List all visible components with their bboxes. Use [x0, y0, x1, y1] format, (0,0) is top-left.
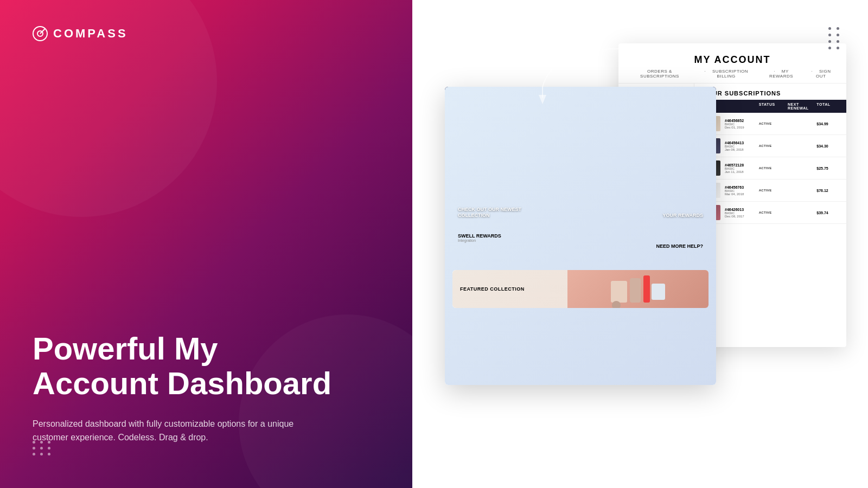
compass-icon — [33, 26, 48, 41]
featured-cosmetics-image — [567, 270, 709, 308]
headline: Powerful My Account Dashboard — [33, 331, 347, 401]
decorative-dots-right — [828, 27, 841, 49]
ma-nav-signout[interactable]: SIGN OUT — [807, 69, 835, 79]
subtext: Personalized dashboard with fully custom… — [33, 417, 326, 445]
main-content: Powerful My Account Dashboard Personaliz… — [0, 331, 380, 488]
featured-collection-card[interactable]: FEATURED COLLECTION — [452, 270, 709, 308]
svg-rect-11 — [630, 278, 641, 303]
ma-title: MY ACCOUNT — [629, 54, 835, 66]
db-body: A Welcome back, Anita! ORDERS 765 ACTIVE… — [445, 105, 716, 385]
svg-marker-0 — [539, 95, 546, 104]
table-row: #46456763BASICMar 04, 2018 ACTIVE $76.12 — [694, 179, 846, 202]
table-row: #46456413BASICJan 08, 2018 ACTIVE $34.30 — [694, 135, 846, 157]
svg-rect-13 — [652, 284, 665, 300]
collection-promo-text: CHECK OUT OUR NEWEST COLLECTION — [452, 202, 528, 223]
ma-nav-billing[interactable]: SUBSCRIPTION BILLING — [697, 69, 756, 79]
ma-table-header: ORDER STATUS NEXT RENEWAL TOTAL — [694, 100, 846, 113]
dashboard-panel: ⊞ Dashboard ↻ Subscription 📋 Order Histo… — [445, 87, 716, 385]
table-row: #46572128BASICJun 11, 2018 ACTIVE $25.75 — [694, 157, 846, 179]
right-panel: MY ACCOUNT ORDERS & SUBSCRIPTIONS SUBSCR… — [412, 0, 868, 488]
ma-header: MY ACCOUNT ORDERS & SUBSCRIPTIONS SUBSCR… — [618, 43, 846, 84]
ma-col-total: TOTAL — [816, 102, 840, 110]
table-row: #46426013BASICDec 08, 2017 ACTIVE $39.74 — [694, 202, 846, 224]
need-help-text: NEED MORE HELP? — [656, 243, 703, 250]
svg-rect-10 — [611, 281, 627, 303]
ma-col-status: STATUS — [759, 102, 788, 110]
decorative-dots-left — [33, 441, 52, 455]
ma-col-renewal: NEXT RENEWAL — [788, 102, 816, 110]
logo-text: COMPASS — [53, 27, 128, 41]
ma-nav-orders[interactable]: ORDERS & SUBSCRIPTIONS — [629, 69, 690, 79]
db-reward-row: SWELL REWARDS Integration NEED MORE HELP… — [452, 228, 709, 266]
swell-text: SWELL REWARDS Integration — [452, 228, 578, 248]
ma-section-title: YOUR SUBSCRIPTIONS — [694, 84, 846, 100]
svg-rect-12 — [643, 275, 650, 303]
help-card[interactable]: NEED MORE HELP? — [583, 228, 709, 266]
ma-nav: ORDERS & SUBSCRIPTIONS SUBSCRIPTION BILL… — [629, 69, 835, 79]
featured-text: FEATURED COLLECTION — [460, 286, 525, 292]
table-row: #46456852BASICDec 01, 2019 ACTIVE $34.99 — [694, 113, 846, 135]
logo: COMPASS — [33, 26, 380, 41]
rewards-promo-text: YOUR REWARDS — [583, 208, 709, 223]
decorative-arrow — [521, 43, 629, 108]
swell-subtitle: Integration — [458, 239, 573, 242]
ma-nav-rewards[interactable]: MY REWARDS — [762, 69, 800, 79]
ma-orders-list: #46456852BASICDec 01, 2019 ACTIVE $34.99… — [694, 113, 846, 224]
left-panel: COMPASS Powerful My Account Dashboard Pe… — [0, 0, 412, 488]
swell-title: SWELL REWARDS — [458, 233, 573, 239]
